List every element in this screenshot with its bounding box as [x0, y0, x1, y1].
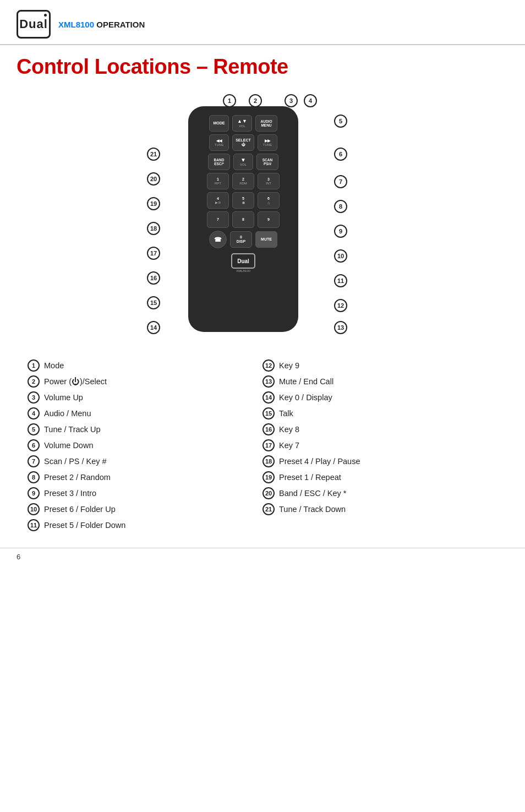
legend-item-1: 1 Mode: [28, 359, 262, 372]
legend-num-20: 20: [262, 487, 275, 499]
btn-vol[interactable]: ▲▼ VOL: [232, 115, 252, 132]
legend-item-8: 8 Preset 2 / Random: [28, 471, 262, 483]
legend-num-14: 14: [262, 391, 275, 404]
btn-talk[interactable]: ☎: [209, 231, 227, 248]
legend-label-5: Tune / Track Up: [44, 425, 101, 434]
remote-row-6: 7 8 9: [207, 211, 280, 228]
callout-3: 3: [285, 94, 298, 107]
legend-label-14: Key 0 / Display: [279, 393, 332, 402]
legend-label-4: Audio / Menu: [44, 409, 91, 418]
remote-row-3: BANDESC/* ▼VOL SCANPS/#: [208, 154, 278, 170]
callout-9: 9: [334, 225, 347, 238]
btn-tune-left[interactable]: ◀◀TUNE: [209, 134, 229, 151]
legend-item-14: 14 Key 0 / Display: [262, 391, 497, 404]
page-title: Control Locations – Remote: [17, 55, 508, 79]
remote-row-1: MODE ▲▼ VOL AUDIOMENU: [209, 115, 277, 132]
legend-label-21: Tune / Track Down: [279, 505, 346, 514]
legend-num-19: 19: [262, 471, 275, 483]
legend-label-18: Preset 4 / Play / Pause: [279, 457, 360, 466]
remote-logo: Dual XML8100: [231, 253, 255, 273]
legend-label-7: Scan / PS / Key #: [44, 457, 107, 466]
btn-7[interactable]: 7: [207, 211, 229, 228]
legend-item-3: 3 Volume Up: [28, 391, 262, 404]
header: Dual XML8100 OPERATION: [0, 0, 525, 45]
remote-body: MODE ▲▼ VOL AUDIOMENU ◀◀TUNE SELECT⏻ ▶▶T…: [188, 106, 298, 332]
callout-17: 17: [147, 247, 160, 260]
legend-item-11: 11 Preset 5 / Folder Down: [28, 519, 262, 531]
legend-label-19: Preset 1 / Repeat: [279, 473, 341, 482]
logo-dot: [44, 14, 47, 17]
remote-row-2: ◀◀TUNE SELECT⏻ ▶▶TUNE: [209, 134, 277, 151]
btn-8[interactable]: 8: [232, 211, 254, 228]
remote-row-4: 1RPT 2RDM 3INT: [207, 173, 280, 189]
legend-label-6: Volume Down: [44, 441, 93, 450]
legend-num-5: 5: [28, 423, 40, 435]
legend-num-21: 21: [262, 503, 275, 515]
legend-label-15: Talk: [279, 409, 293, 418]
btn-5-stop[interactable]: 5◼: [232, 192, 254, 209]
btn-mute[interactable]: MUTE: [255, 231, 277, 248]
model-name: XML8100: [58, 20, 94, 29]
legend-item-9: 9 Preset 3 / Intro: [28, 487, 262, 499]
callout-4: 4: [304, 94, 317, 107]
legend-num-11: 11: [28, 519, 40, 531]
legend-item-16: 16 Key 8: [262, 423, 497, 435]
legend-item-4: 4 Audio / Menu: [28, 407, 262, 419]
page-number: 6: [17, 553, 20, 561]
btn-mode[interactable]: MODE: [209, 115, 229, 132]
legend-section: 1 Mode 2 Power (⏻)/Select 3 Volume Up 4 …: [11, 359, 514, 531]
remote-diagram: MODE ▲▼ VOL AUDIOMENU ◀◀TUNE SELECT⏻ ▶▶T…: [11, 84, 514, 348]
legend-label-11: Preset 5 / Folder Down: [44, 521, 125, 530]
btn-tune-right[interactable]: ▶▶TUNE: [258, 134, 277, 151]
callout-2: 2: [249, 94, 262, 107]
legend-label-3: Volume Up: [44, 393, 83, 402]
legend-left: 1 Mode 2 Power (⏻)/Select 3 Volume Up 4 …: [28, 359, 262, 531]
legend-label-9: Preset 3 / Intro: [44, 489, 96, 498]
btn-2-rdm[interactable]: 2RDM: [232, 173, 254, 189]
callout-5: 5: [334, 115, 347, 128]
legend-num-18: 18: [262, 455, 275, 467]
btn-audio-menu[interactable]: AUDIOMENU: [255, 115, 277, 132]
legend-item-7: 7 Scan / PS / Key #: [28, 455, 262, 467]
legend-num-7: 7: [28, 455, 40, 467]
legend-label-17: Key 7: [279, 441, 299, 450]
legend-label-20: Band / ESC / Key *: [279, 489, 347, 498]
btn-6-folder[interactable]: 6△: [258, 192, 280, 209]
callout-6: 6: [334, 148, 347, 161]
legend-num-9: 9: [28, 487, 40, 499]
legend-label-8: Preset 2 / Random: [44, 473, 111, 482]
btn-9[interactable]: 9: [258, 211, 280, 228]
btn-select[interactable]: SELECT⏻: [232, 134, 254, 151]
callout-12: 12: [334, 299, 347, 312]
remote-wrapper: MODE ▲▼ VOL AUDIOMENU ◀◀TUNE SELECT⏻ ▶▶T…: [103, 84, 422, 348]
btn-4-play[interactable]: 4▶/II: [207, 192, 229, 209]
callout-1: 1: [223, 94, 236, 107]
legend-num-15: 15: [262, 407, 275, 419]
btn-0-disp[interactable]: 0DISP: [230, 231, 252, 248]
legend-item-10: 10 Preset 6 / Folder Up: [28, 503, 262, 515]
btn-1-rpt[interactable]: 1RPT: [207, 173, 229, 189]
btn-3-int[interactable]: 3INT: [258, 173, 280, 189]
remote-logo-text: Dual: [237, 258, 249, 264]
legend-item-19: 19 Preset 1 / Repeat: [262, 471, 497, 483]
legend-item-20: 20 Band / ESC / Key *: [262, 487, 497, 499]
legend-item-15: 15 Talk: [262, 407, 497, 419]
legend-item-21: 21 Tune / Track Down: [262, 503, 497, 515]
legend-label-13: Mute / End Call: [279, 377, 333, 386]
legend-num-16: 16: [262, 423, 275, 435]
legend-item-5: 5 Tune / Track Up: [28, 423, 262, 435]
btn-band[interactable]: BANDESC/*: [208, 154, 230, 170]
callout-14: 14: [147, 321, 160, 334]
legend-item-12: 12 Key 9: [262, 359, 497, 372]
btn-vol-down[interactable]: ▼VOL: [233, 154, 253, 170]
header-title: XML8100 OPERATION: [58, 20, 145, 29]
legend-item-6: 6 Volume Down: [28, 439, 262, 451]
legend-num-8: 8: [28, 471, 40, 483]
operation-label: OPERATION: [96, 20, 145, 29]
btn-scan[interactable]: SCANPS/#: [256, 154, 278, 170]
callout-13: 13: [334, 321, 347, 334]
legend-item-17: 17 Key 7: [262, 439, 497, 451]
legend-label-10: Preset 6 / Folder Up: [44, 505, 116, 514]
logo-text: Dual: [19, 17, 48, 31]
legend-item-13: 13 Mute / End Call: [262, 375, 497, 388]
